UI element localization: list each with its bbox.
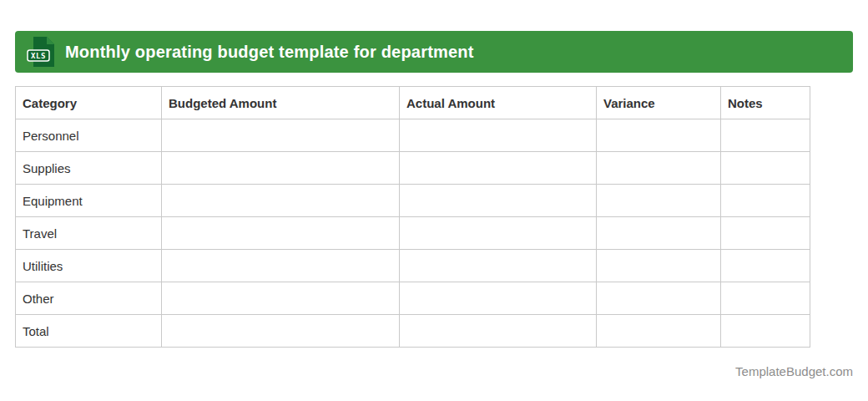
- table-row-utilities: Utilities: [16, 250, 810, 282]
- cell-supplies-actual: [400, 152, 597, 185]
- xls-badge-text: XLS: [31, 52, 46, 60]
- row-label-utilities: Utilities: [16, 250, 162, 282]
- header-bar: XLS Monthly operating budget template fo…: [15, 31, 853, 73]
- cell-utilities-budgeted: [162, 250, 400, 282]
- cell-total-actual: [400, 315, 597, 348]
- footer-site-label: TemplateBudget.com: [735, 364, 853, 378]
- column-header-actual-amount: Actual Amount: [400, 87, 597, 119]
- row-label-equipment: Equipment: [16, 185, 162, 217]
- cell-personnel-notes: [721, 119, 810, 152]
- column-header-category: Category: [16, 87, 162, 119]
- cell-travel-variance: [597, 217, 721, 250]
- cell-travel-actual: [400, 217, 597, 250]
- cell-other-variance: [597, 282, 721, 315]
- cell-utilities-actual: [400, 250, 597, 282]
- table-row-supplies: Supplies: [16, 152, 810, 185]
- page-title: Monthly operating budget template for de…: [65, 43, 474, 62]
- row-label-total: Total: [16, 315, 162, 348]
- cell-equipment-notes: [721, 185, 810, 217]
- column-header-budgeted-amount: Budgeted Amount: [162, 87, 400, 119]
- cell-personnel-actual: [400, 119, 597, 152]
- table-header-row: Category Budgeted Amount Actual Amount V…: [16, 87, 810, 119]
- table-row-equipment: Equipment: [16, 185, 810, 217]
- column-header-variance: Variance: [597, 87, 721, 119]
- cell-supplies-notes: [721, 152, 810, 185]
- cell-total-budgeted: [162, 315, 400, 348]
- cell-personnel-budgeted: [162, 119, 400, 152]
- cell-total-variance: [597, 315, 721, 348]
- row-label-personnel: Personnel: [16, 119, 162, 152]
- row-label-travel: Travel: [16, 217, 162, 250]
- cell-equipment-variance: [597, 185, 721, 217]
- cell-equipment-actual: [400, 185, 597, 217]
- xls-file-icon: XLS: [27, 36, 55, 68]
- cell-supplies-variance: [597, 152, 721, 185]
- table-row-travel: Travel: [16, 217, 810, 250]
- cell-other-budgeted: [162, 282, 400, 315]
- page: XLS Monthly operating budget template fo…: [0, 0, 868, 401]
- table-row-personnel: Personnel: [16, 119, 810, 152]
- column-header-notes: Notes: [721, 87, 810, 119]
- budget-table: Category Budgeted Amount Actual Amount V…: [15, 86, 810, 348]
- cell-total-notes: [721, 315, 810, 348]
- cell-personnel-variance: [597, 119, 721, 152]
- cell-supplies-budgeted: [162, 152, 400, 185]
- row-label-other: Other: [16, 282, 162, 315]
- cell-other-actual: [400, 282, 597, 315]
- cell-utilities-variance: [597, 250, 721, 282]
- cell-travel-notes: [721, 217, 810, 250]
- cell-utilities-notes: [721, 250, 810, 282]
- row-label-supplies: Supplies: [16, 152, 162, 185]
- table-row-total: Total: [16, 315, 810, 348]
- cell-equipment-budgeted: [162, 185, 400, 217]
- cell-travel-budgeted: [162, 217, 400, 250]
- cell-other-notes: [721, 282, 810, 315]
- table-row-other: Other: [16, 282, 810, 315]
